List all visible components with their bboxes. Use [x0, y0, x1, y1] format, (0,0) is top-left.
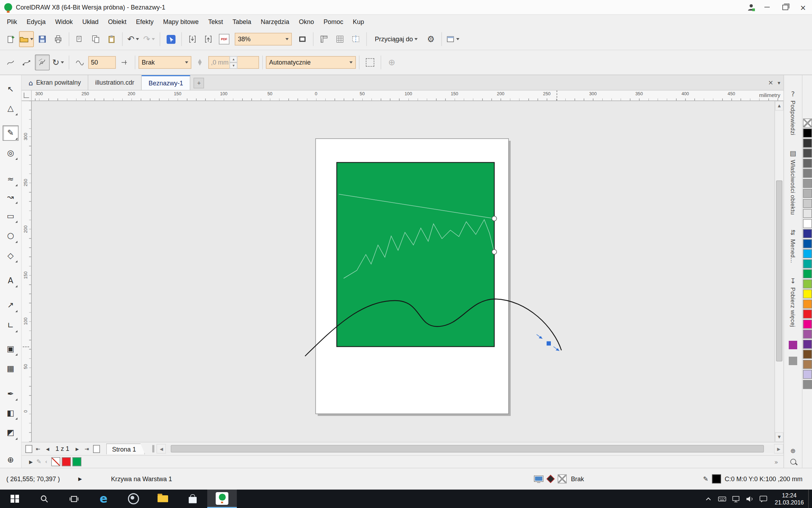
- palette-color-swatch[interactable]: [803, 239, 812, 248]
- undo-dropdown-caret[interactable]: [136, 38, 139, 40]
- palette-scroll-left-icon[interactable]: ‹: [45, 458, 48, 465]
- palette-color-swatch[interactable]: [803, 300, 812, 309]
- whats-new-icon[interactable]: [789, 341, 797, 349]
- tray-network-button[interactable]: [729, 490, 743, 508]
- palette-color-swatch[interactable]: [803, 279, 812, 289]
- show-rulers-button[interactable]: [317, 31, 332, 47]
- outline-pen-icon[interactable]: ✎: [703, 475, 708, 483]
- show-guidelines-button[interactable]: [349, 31, 363, 47]
- drop-shadow-tool[interactable]: ▣: [3, 341, 19, 357]
- save-button[interactable]: [35, 31, 50, 47]
- palette-color-swatch[interactable]: [803, 229, 812, 238]
- palette-color-swatch[interactable]: [803, 219, 812, 228]
- open-document-button[interactable]: [19, 31, 34, 47]
- restore-button[interactable]: [776, 0, 794, 14]
- stroke-width-spinner[interactable]: ▲▼: [230, 56, 238, 69]
- docker-tab[interactable]: ▤ Właściwości obiektu: [790, 149, 796, 215]
- fill-none-swatch[interactable]: [558, 474, 567, 484]
- palette-color-swatch[interactable]: [803, 159, 812, 168]
- quick-customize-icon[interactable]: ⊕: [790, 447, 795, 455]
- print-button[interactable]: [51, 31, 66, 47]
- window-layout-caret[interactable]: [456, 38, 459, 40]
- document-tab[interactable]: ⌂ Ekran powitalny: [22, 75, 88, 90]
- document-color-swatch[interactable]: [72, 457, 81, 466]
- paste-button[interactable]: [104, 31, 119, 47]
- palette-color-swatch[interactable]: [803, 350, 812, 359]
- color-settings-icon[interactable]: [534, 475, 543, 483]
- outline-width-caret[interactable]: [185, 61, 188, 64]
- customize-toolbox-button[interactable]: ⊕: [3, 452, 19, 468]
- vertical-ruler[interactable]: 300 250 200 150 100 50 0: [22, 101, 32, 442]
- menu-item[interactable]: Widok: [50, 15, 78, 29]
- taskbar-explorer-button[interactable]: [148, 490, 178, 508]
- close-document-icon[interactable]: ×: [768, 79, 773, 86]
- vertical-scrollbar[interactable]: ▲ ▼: [775, 101, 784, 442]
- show-desktop-button[interactable]: [808, 490, 812, 508]
- add-preset-button[interactable]: ⊕: [385, 55, 399, 71]
- options-button[interactable]: ⚙: [424, 31, 438, 47]
- copy-button[interactable]: [88, 31, 103, 47]
- flip-caret[interactable]: [61, 61, 64, 64]
- palette-color-swatch[interactable]: [803, 129, 812, 138]
- import-button[interactable]: [185, 31, 200, 47]
- horizontal-scroll-thumb[interactable]: [171, 445, 764, 453]
- menu-item[interactable]: Edycja: [22, 15, 50, 29]
- redo-button[interactable]: ↷: [142, 31, 156, 47]
- scroll-right-icon[interactable]: ▶: [774, 444, 783, 454]
- add-page-after-button[interactable]: [92, 444, 101, 454]
- fullscreen-preview-button[interactable]: [295, 31, 310, 47]
- new-tab-button[interactable]: +: [194, 78, 204, 89]
- taskbar-coreldraw-button[interactable]: [207, 490, 237, 508]
- menu-item[interactable]: Kup: [348, 15, 369, 29]
- pane-splitter[interactable]: [153, 445, 155, 453]
- smart-drawing-tool[interactable]: ↝: [3, 189, 19, 205]
- redo-dropdown-caret[interactable]: [152, 38, 155, 40]
- polyline-mode-button[interactable]: [19, 55, 34, 71]
- menu-item[interactable]: Obiekt: [103, 15, 131, 29]
- freehand-smoothing-input[interactable]: 50: [88, 56, 116, 69]
- palette-color-swatch[interactable]: [803, 380, 812, 389]
- smoothing-slider-button[interactable]: [117, 55, 132, 71]
- connector-tool[interactable]: ∟: [3, 318, 19, 333]
- curve-node[interactable]: [492, 249, 497, 254]
- taskbar-edge-button[interactable]: e: [89, 490, 118, 508]
- status-flyout-icon[interactable]: ▶: [78, 476, 82, 482]
- menu-item[interactable]: Układ: [78, 15, 103, 29]
- menu-item[interactable]: Narzędzia: [256, 15, 294, 29]
- auto-close-combo[interactable]: Automatycznie: [266, 56, 356, 69]
- green-rectangle[interactable]: [337, 163, 494, 347]
- previous-page-button[interactable]: ◀: [43, 444, 53, 454]
- menu-item[interactable]: Okno: [294, 15, 319, 29]
- window-layout-button[interactable]: [445, 31, 460, 47]
- auto-close-caret[interactable]: [350, 61, 353, 64]
- curve-node[interactable]: [492, 216, 497, 221]
- last-page-button[interactable]: ⇥: [82, 444, 92, 454]
- palette-color-swatch[interactable]: [803, 290, 812, 299]
- text-tool[interactable]: A: [3, 273, 19, 289]
- palette-color-swatch[interactable]: [803, 340, 812, 349]
- freehand-tool[interactable]: ✎: [3, 125, 19, 141]
- palette-edit-icon[interactable]: ✎: [36, 458, 41, 465]
- tray-notification-button[interactable]: [757, 490, 770, 508]
- docker-tab[interactable]: ↧ Pobierz więcej: [790, 277, 796, 327]
- zoom-corner-icon[interactable]: [790, 459, 796, 465]
- account-icon[interactable]: [744, 0, 758, 14]
- scroll-up-icon[interactable]: ▲: [775, 101, 783, 111]
- palette-color-swatch[interactable]: [803, 139, 812, 148]
- document-tab[interactable]: Beznazwy-1: [142, 75, 191, 90]
- outline-width-combo[interactable]: Brak: [139, 56, 191, 69]
- palette-color-swatch[interactable]: [803, 169, 812, 178]
- palette-color-swatch[interactable]: [803, 179, 812, 188]
- page-tab[interactable]: Strona 1: [106, 443, 145, 454]
- rectangle-tool[interactable]: ▭: [3, 208, 19, 224]
- zoom-tool[interactable]: ◎: [3, 145, 19, 161]
- taskbar-steam-button[interactable]: [118, 490, 148, 508]
- outline-color-swatch[interactable]: [712, 474, 721, 484]
- docker-tab[interactable]: ⇵ Mened...: [790, 229, 796, 263]
- polygon-tool[interactable]: ◇: [3, 248, 19, 264]
- cut-button[interactable]: [73, 31, 87, 47]
- palette-color-swatch[interactable]: [803, 149, 812, 158]
- next-page-button[interactable]: ▶: [73, 444, 82, 454]
- scroll-down-icon[interactable]: ▼: [775, 433, 783, 442]
- document-color-swatch[interactable]: [62, 457, 71, 466]
